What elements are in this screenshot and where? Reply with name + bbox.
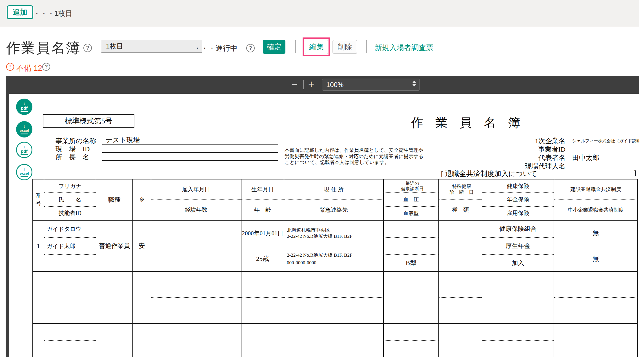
new-entrant-survey-link[interactable]: 新規入場者調査票: [375, 43, 433, 53]
retirement-bracket-close: ]: [634, 169, 636, 177]
page-name-input[interactable]: [101, 40, 202, 53]
divider: [295, 40, 296, 53]
download-pdf-button[interactable]: ↓ pdf: [16, 99, 32, 115]
page-title: 作業員名簿: [6, 39, 81, 57]
table-header-row: 番号 フリガナ 氏 名 技能者ID 職種 ※ 雇入年月日 経験年数 生年月日 年: [33, 179, 637, 220]
download-icon: ↓: [23, 124, 25, 128]
defect-count-label: 不備 12: [16, 63, 42, 73]
confirm-button[interactable]: 確定: [263, 40, 285, 54]
status-help-icon[interactable]: ?: [246, 44, 255, 52]
field-row: 事業者ID: [488, 145, 639, 154]
site-name-value: テスト現場: [102, 136, 278, 145]
consent-text: 本書面に記載した内容は、作業員名簿として、安全衛生管理や 労働災害発生時の緊急連…: [285, 147, 425, 166]
site-chief-value: [102, 160, 278, 161]
table-row: [33, 323, 637, 357]
form-number-box: 標準様式第5号: [43, 114, 134, 128]
table-row: 1 ガイドタロウ ガイド太郎 普通作業員 安 2000年01月01日 25歳: [33, 220, 637, 271]
defect-help-icon[interactable]: ?: [42, 63, 50, 71]
edit-button-highlight: 編集: [303, 37, 330, 56]
primary-company-value: シェルフィー株式会社（ガイド説明用）: [572, 138, 639, 144]
page-tabs-bar: 追加 ・・・1枚目: [0, 0, 639, 27]
field-row: 代表者名 田中太郎: [488, 154, 639, 162]
table-row: [33, 271, 637, 323]
retirement-mutual-aid-label: [ 退職金共済制度加入について: [441, 169, 537, 178]
site-id-value: [102, 152, 278, 153]
zoom-out-button[interactable]: −: [291, 79, 297, 90]
field-row: 現 場 ID: [56, 145, 278, 153]
alert-icon: !: [6, 63, 14, 71]
field-row: 1次企業名 シェルフィー株式会社（ガイド説明用）: [488, 137, 639, 145]
edit-button[interactable]: 編集: [305, 40, 328, 54]
divider: [303, 80, 304, 89]
viewer-toolbar: − + 100%: [6, 76, 639, 94]
download-icon: ↓: [23, 167, 25, 171]
document-page: ↓ pdf ↓ excel ↓ pdf ↓ excel 標準様式第5号 事業所の…: [9, 94, 639, 357]
download-icon: ↓: [23, 102, 25, 106]
representative-value: 田中太郎: [572, 153, 599, 162]
divider: [366, 40, 367, 53]
download-excel-button[interactable]: ↓ excel: [16, 121, 32, 137]
worker-roster-table: 番号 フリガナ 氏 名 技能者ID 職種 ※ 雇入年月日 経験年数 生年月日 年: [32, 179, 638, 357]
select-arrows-icon: [412, 81, 416, 86]
status-label: ・・・進行中: [194, 43, 238, 53]
download-icon: ↓: [23, 145, 25, 149]
download-pdf-outline-button[interactable]: ↓ pdf: [16, 142, 32, 158]
download-excel-outline-button[interactable]: ↓ excel: [16, 164, 32, 180]
page-indicator-label: ・・・1枚目: [33, 9, 72, 18]
field-row: 所 長 名: [56, 153, 278, 161]
field-row: 事業所の名称 テスト現場: [56, 136, 278, 145]
document-viewer: − + 100% ↓ pdf ↓ excel ↓ pdf ↓ exce: [6, 76, 639, 357]
zoom-level-value: 100%: [326, 81, 343, 89]
add-page-button[interactable]: 追加: [7, 5, 33, 19]
delete-button[interactable]: 削除: [332, 40, 357, 54]
document-header: 作業員名簿 ? ・・・進行中 ? 確定 編集 削除 新規入場者調査票 ! 不備 …: [0, 27, 639, 76]
zoom-in-button[interactable]: +: [308, 79, 314, 90]
zoom-level-select[interactable]: 100%: [322, 79, 420, 91]
document-title: 作 業 員 名 簿: [398, 115, 533, 131]
site-fields: 事業所の名称 テスト現場 現 場 ID 所 長 名: [56, 136, 278, 161]
company-fields: 1次企業名 シェルフィー株式会社（ガイド説明用） 事業者ID 代表者名 田中太郎…: [488, 137, 639, 170]
viewer-canvas: ↓ pdf ↓ excel ↓ pdf ↓ excel 標準様式第5号 事業所の…: [6, 94, 639, 357]
title-help-icon[interactable]: ?: [83, 44, 92, 52]
